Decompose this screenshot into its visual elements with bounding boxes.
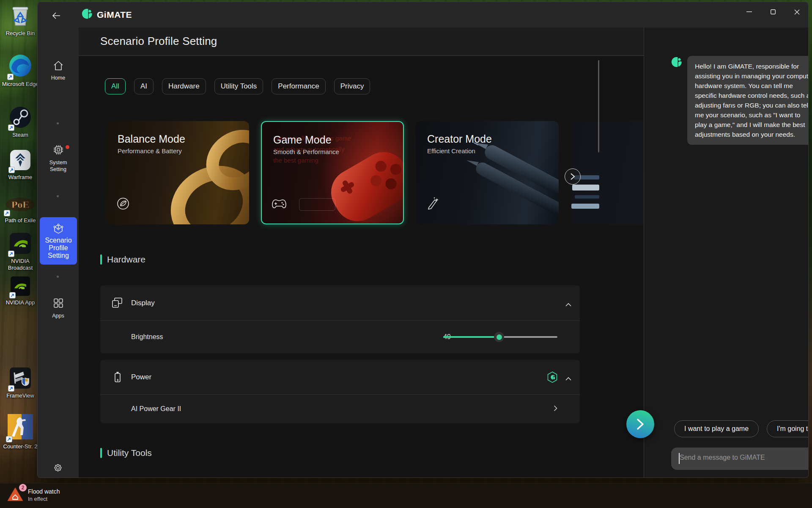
chat-message-bubble: Hello! I am GiMATE, responsible for assi… — [687, 56, 809, 145]
filter-chip-performance[interactable]: Performance — [272, 78, 325, 94]
sidebar-item-label: System Setting — [38, 160, 79, 173]
sidebar-item-apps[interactable]: Apps — [38, 298, 79, 320]
mode-card-subtitle: Efficient Creation — [427, 147, 475, 155]
desktop-icon-label: NVIDIA Broadcast — [1, 258, 40, 271]
recycle-bin-icon — [9, 3, 31, 29]
desktop-icon-label: Recycle Bin — [1, 30, 40, 37]
display-panel-header[interactable]: Display — [100, 285, 580, 320]
desktop-icon-label: Warframe — [1, 174, 40, 181]
mode-card-title: Creator Mode — [427, 133, 492, 145]
desktop-icon-nvidia-app[interactable]: NVIDIA App — [1, 276, 40, 306]
collapse-chevron-icon[interactable] — [565, 375, 571, 382]
counter-strike-2-icon — [7, 413, 34, 442]
mode-card-title: Balance Mode — [118, 133, 185, 145]
chat-input-placeholder: Send a message to GiMATE — [680, 454, 765, 461]
desktop-icon-label: NVIDIA App — [1, 299, 40, 306]
settings-gear-button[interactable] — [53, 463, 63, 475]
desktop-icon-recycle-bin[interactable]: Recycle Bin — [1, 3, 40, 37]
desktop-icon-edge[interactable]: Microsoft Edge — [1, 53, 40, 88]
power-panel-title: Power — [131, 373, 151, 381]
power-icon — [112, 371, 123, 385]
shortcut-arrow-badge — [7, 74, 14, 80]
gimate-badge-icon — [547, 371, 558, 385]
filter-chip-ai[interactable]: AI — [134, 78, 154, 94]
sidebar-separator-dot — [57, 195, 59, 197]
gimate-avatar-icon — [671, 56, 683, 69]
home-icon — [53, 65, 64, 72]
weather-title: Flood watch — [28, 488, 60, 495]
section-title: Utility Tools — [107, 448, 152, 458]
power-panel: Power AI Power Gear — [100, 360, 580, 423]
gimate-app-window: GiMATE Home — [37, 2, 809, 478]
warframe-icon — [9, 149, 31, 173]
power-panel-header[interactable]: Power — [100, 360, 580, 394]
filter-chip-privacy[interactable]: Privacy — [334, 78, 370, 94]
chat-input[interactable]: Send a message to GiMATE — [671, 447, 809, 470]
sidebar-item-home[interactable]: Home — [38, 61, 79, 82]
weather-alert-icon: 2 — [7, 486, 24, 504]
suggestion-chip[interactable]: I'm going to a — [767, 420, 809, 437]
page-header: Scenario Profile Setting — [79, 28, 644, 56]
section-header-utility-tools: Utility Tools — [100, 448, 152, 458]
desktop-icon-frameview[interactable]: FrameView — [1, 367, 40, 399]
svg-text:PoE: PoE — [11, 199, 30, 210]
mode-card-balance[interactable]: Balance Mode Performance & Battery — [106, 121, 249, 224]
steam-icon — [9, 106, 32, 130]
frameview-icon — [9, 367, 32, 391]
display-icon — [111, 296, 123, 311]
filter-chip-hardware[interactable]: Hardware — [162, 78, 206, 94]
filter-chip-utility-tools[interactable]: Utility Tools — [214, 78, 263, 94]
app-title: GiMATE — [97, 10, 132, 20]
mode-card-subtitle: Performance & Battery — [118, 147, 182, 155]
slider-fill — [443, 336, 499, 338]
close-button[interactable] — [788, 6, 805, 18]
shortcut-arrow-badge — [8, 124, 14, 131]
shortcut-arrow-badge — [8, 167, 15, 173]
carousel-next-button[interactable] — [565, 168, 581, 185]
mode-card-title: Game Mode — [273, 134, 332, 146]
chat-expand-button[interactable] — [626, 410, 654, 438]
gimate-logo-icon — [82, 8, 93, 21]
mode-card-game[interactable]: Dynamically monitors game and adjusts au… — [261, 121, 404, 224]
mode-card-partial[interactable] — [571, 121, 644, 224]
minimize-button[interactable] — [741, 6, 757, 18]
shortcut-arrow-badge — [8, 385, 14, 392]
chevron-right-icon — [554, 405, 557, 413]
sidebar: Home System Setting — [38, 28, 79, 478]
taskbar-weather-widget[interactable]: 2 Flood watch In effect — [7, 486, 60, 504]
collapse-chevron-icon[interactable] — [565, 301, 571, 308]
section-title: Hardware — [107, 254, 145, 265]
shortcut-arrow-badge — [4, 210, 10, 216]
sidebar-separator-dot — [57, 122, 59, 124]
brightness-slider[interactable] — [443, 336, 557, 338]
shortcut-arrow-badge — [9, 292, 16, 298]
mode-card-creator[interactable]: Creator Mode Efficient Creation — [416, 121, 559, 224]
weather-subtitle: In effect — [28, 495, 60, 502]
section-accent-bar — [100, 254, 102, 265]
sidebar-item-label: Scenario Profile Setting — [40, 237, 77, 260]
filter-chip-all[interactable]: All — [105, 78, 126, 94]
sidebar-item-label: Apps — [38, 313, 79, 320]
system-setting-icon — [53, 149, 64, 157]
desktop-icon-counter-strike-2[interactable]: Counter-Str. 2 — [1, 413, 40, 450]
suggestion-chip[interactable]: I want to play a game — [674, 420, 759, 437]
ai-power-gear-label: AI Power Gear II — [131, 405, 181, 413]
display-panel-title: Display — [131, 299, 155, 307]
sidebar-separator-dot — [57, 276, 59, 278]
slider-thumb[interactable] — [494, 332, 504, 342]
ghost-text: the best gaming — [273, 157, 318, 164]
sidebar-item-scenario-profile-setting[interactable]: Scenario Profile Setting — [40, 217, 77, 265]
desktop-icon-label: FrameView — [1, 392, 40, 399]
desktop-icon-steam[interactable]: Steam — [1, 106, 40, 138]
panel-divider — [100, 320, 580, 321]
edge-icon — [8, 53, 33, 80]
sidebar-item-system-setting[interactable]: System Setting — [38, 144, 79, 173]
desktop-icon-warframe[interactable]: Warframe — [1, 149, 40, 181]
maximize-button[interactable] — [765, 6, 782, 18]
desktop-icon-nvidia-broadcast[interactable]: NVIDIA Broadcast — [1, 232, 40, 271]
desktop-icon-path-of-exile[interactable]: PoE Path of Exile — [1, 195, 40, 224]
scrollbar-thumb[interactable] — [598, 60, 599, 152]
mode-card-subtitle: Smooth & Performance — [273, 148, 339, 155]
panel-divider — [100, 394, 580, 395]
back-button[interactable] — [50, 10, 62, 22]
